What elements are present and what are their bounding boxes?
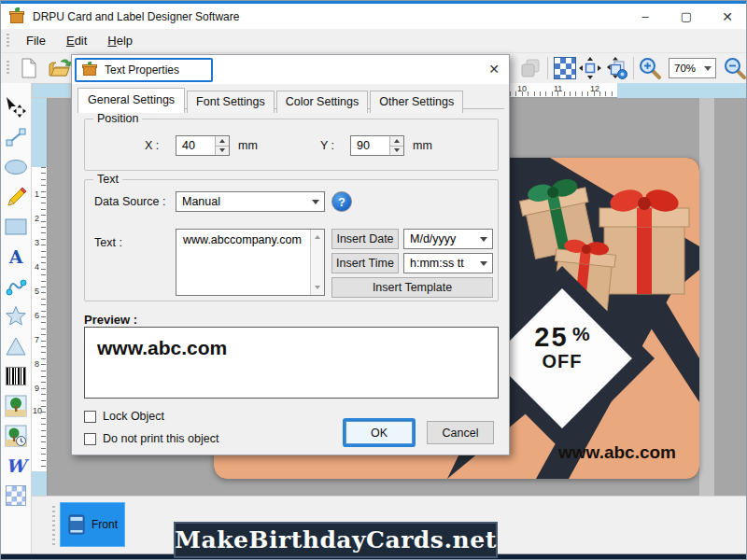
horizontal-ruler-margin xyxy=(617,83,747,98)
discount-off: OFF xyxy=(497,352,627,371)
toolbar-grip xyxy=(7,61,9,76)
card-website-text: www.abc.com xyxy=(524,442,699,463)
tab-other-settings[interactable]: Other Settings xyxy=(370,91,463,113)
toolbar-separator xyxy=(547,57,548,79)
text-input[interactable]: www.abccompany.com xyxy=(176,229,325,296)
fill-pattern-icon[interactable] xyxy=(552,55,578,81)
select-move-tool-icon[interactable] xyxy=(4,95,28,119)
text-properties-dialog: Text Properties ✕ General Settings Font … xyxy=(71,54,510,455)
scrollbar[interactable] xyxy=(310,230,324,295)
gift-boxes-image xyxy=(494,158,699,316)
dialog-title-highlight: Text Properties xyxy=(75,58,213,82)
dialog-tabs: General Settings Font Settings Color Set… xyxy=(78,88,465,113)
zoom-level-select[interactable]: 70% xyxy=(669,58,716,78)
text-properties-icon xyxy=(82,63,98,77)
lock-object-checkbox[interactable] xyxy=(84,411,96,423)
y-unit: mm xyxy=(413,139,432,152)
x-label: X : xyxy=(145,139,159,152)
do-not-print-label: Do not print this object xyxy=(103,432,218,445)
close-button[interactable]: ✕ xyxy=(707,4,747,29)
text-tool-icon[interactable]: A xyxy=(4,245,28,269)
ruler-number: 2 xyxy=(35,214,39,223)
y-label: Y : xyxy=(320,139,334,152)
ok-button[interactable]: OK xyxy=(345,421,413,444)
title-bar: DRPU Card and Label Designer Software – … xyxy=(1,4,747,29)
chevron-down-icon xyxy=(312,200,319,208)
zoom-out-icon[interactable] xyxy=(722,55,747,81)
data-source-label: Data Source : xyxy=(94,195,165,208)
curve-tool-icon[interactable] xyxy=(4,274,28,299)
watermark-text: MakeBirthdayCards.net xyxy=(175,526,496,553)
pencil-tool-icon[interactable] xyxy=(4,185,28,209)
ruler-number: 6 xyxy=(35,311,39,320)
x-value: 40 xyxy=(182,139,195,152)
rectangle-tool-icon[interactable] xyxy=(4,215,28,239)
toolbar-grip xyxy=(7,34,9,49)
time-format-select[interactable]: h:mm:ss tt xyxy=(403,253,493,273)
watermark-banner: MakeBirthdayCards.net xyxy=(174,522,498,558)
tab-color-settings[interactable]: Color Settings xyxy=(276,91,369,113)
center-object-icon[interactable] xyxy=(577,55,603,81)
front-page-tab[interactable]: Front xyxy=(60,502,125,547)
ruler-number: 3 xyxy=(35,238,39,247)
insert-template-button[interactable]: Insert Template xyxy=(331,277,493,298)
help-icon[interactable]: ? xyxy=(331,191,352,212)
do-not-print-checkbox[interactable] xyxy=(84,433,96,445)
dialog-title: Text Properties xyxy=(105,63,179,77)
insert-date-button[interactable]: Insert Date xyxy=(331,229,399,249)
canvas-page-edge xyxy=(699,98,714,496)
data-source-select[interactable]: Manual xyxy=(176,191,325,212)
text-group: Text Data Source : Manual ? Text : www.a… xyxy=(84,179,499,301)
tab-bar-grip xyxy=(52,506,55,547)
line-tool-icon[interactable] xyxy=(4,125,28,149)
minimize-button[interactable]: – xyxy=(625,4,666,29)
preview-box: www.abc.com xyxy=(84,327,499,399)
insert-time-button[interactable]: Insert Time xyxy=(331,253,399,273)
x-unit: mm xyxy=(238,139,258,152)
open-folder-icon[interactable] xyxy=(48,55,74,81)
ruler-number: 5 xyxy=(35,287,39,296)
do-not-print-checkbox-row[interactable]: Do not print this object xyxy=(84,432,218,445)
position-group: Position X : 40 mm Y : 90 mm xyxy=(84,119,499,171)
vertical-ruler: 1 2 3 4 5 6 7 8 9 10 xyxy=(32,98,48,496)
ruler-number: 8 xyxy=(35,359,39,369)
tab-font-settings[interactable]: Font Settings xyxy=(187,91,275,113)
barcode-tool-icon[interactable] xyxy=(4,364,28,388)
menu-edit[interactable]: Edit xyxy=(56,30,97,51)
tab-general-settings[interactable]: General Settings xyxy=(78,88,185,113)
y-position-stepper[interactable]: 90 xyxy=(350,135,404,156)
text-legend: Text xyxy=(93,173,122,186)
x-position-stepper[interactable]: 40 xyxy=(176,135,230,156)
app-icon xyxy=(9,9,25,24)
lock-object-checkbox-row[interactable]: Lock Object xyxy=(84,410,164,423)
discount-value: 25 xyxy=(534,322,568,352)
new-document-icon[interactable] xyxy=(16,55,42,81)
image-tool-icon[interactable] xyxy=(4,394,28,418)
date-format-select[interactable]: M/d/yyyy xyxy=(403,229,493,249)
chevron-down-icon xyxy=(480,261,487,270)
wordart-tool-icon[interactable]: W xyxy=(4,454,28,478)
menu-file[interactable]: File xyxy=(16,30,56,51)
zoom-in-icon[interactable] xyxy=(637,55,663,81)
chevron-down-icon xyxy=(704,66,712,75)
cancel-button[interactable]: Cancel xyxy=(427,421,494,444)
star-tool-icon[interactable] xyxy=(4,304,28,329)
ruler-number: 9 xyxy=(35,384,39,393)
maximize-button[interactable]: ▢ xyxy=(666,4,707,29)
pattern-tool-icon[interactable] xyxy=(4,483,28,508)
ruler-number: 11 xyxy=(554,84,562,93)
ellipse-tool-icon[interactable] xyxy=(4,155,28,179)
image-time-tool-icon[interactable] xyxy=(4,424,28,448)
dialog-close-icon[interactable]: ✕ xyxy=(488,62,500,77)
menu-help[interactable]: Help xyxy=(97,30,143,51)
window-title: DRPU Card and Label Designer Software xyxy=(33,10,239,23)
ruler-number: 10 xyxy=(33,406,42,415)
triangle-tool-icon[interactable] xyxy=(4,334,28,358)
dialog-header: Text Properties ✕ xyxy=(72,55,509,84)
text-value: www.abccompany.com xyxy=(183,233,302,246)
layers-icon xyxy=(517,55,543,81)
horizontal-ruler: 10 11 12 xyxy=(510,83,617,98)
discount-text: 25 % OFF xyxy=(497,324,627,371)
time-format-value: h:mm:ss tt xyxy=(410,257,464,270)
center-page-settings-icon[interactable] xyxy=(603,55,629,81)
